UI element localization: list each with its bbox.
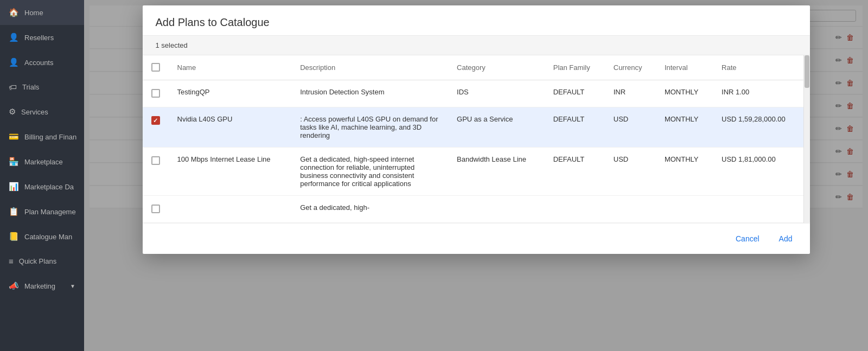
sidebar-item-label: Catalogue Man (24, 233, 72, 241)
sidebar-item-label: Home (24, 9, 43, 17)
plan-category: IDS (448, 80, 545, 107)
plan-currency: USD (605, 148, 656, 196)
sidebar-item-label: Resellers (24, 34, 54, 42)
table-header-row: Name Description Category Plan Family (143, 55, 803, 80)
sidebar-item-accounts[interactable]: 👤 Accounts (0, 50, 84, 75)
row-checkbox[interactable] (151, 156, 160, 165)
col-currency: Currency (605, 55, 656, 80)
marketing-icon: 📣 (9, 281, 19, 291)
plan-name: TestingQP (169, 80, 292, 107)
col-description: Description (291, 55, 448, 80)
select-all-checkbox[interactable] (151, 63, 160, 72)
plan-family: DEFAULT (545, 148, 605, 196)
resellers-icon: 👤 (9, 33, 19, 42)
modal-overlay: Add Plans to Catalogue 1 selected (84, 0, 868, 351)
plan-category: GPU as a Service (448, 107, 545, 148)
plan-name (169, 196, 292, 223)
chevron-down-icon: ▼ (70, 283, 75, 289)
plan-name: Nvidia L40S GPU (169, 107, 292, 148)
plan-family: DEFAULT (545, 80, 605, 107)
table-row: Get a dedicated, high- (143, 196, 803, 223)
sidebar-item-catalogue[interactable]: 📒 Catalogue Man (0, 224, 84, 249)
accounts-icon: 👤 (9, 58, 19, 67)
col-plan-family: Plan Family (545, 55, 605, 80)
col-category: Category (448, 55, 545, 80)
modal-scrollbar (803, 55, 810, 223)
sidebar-item-resellers[interactable]: 👤 Resellers (0, 25, 84, 50)
sidebar-item-quick-plans[interactable]: ≡ Quick Plans (0, 249, 84, 273)
marketplace-da-icon: 📊 (9, 182, 19, 192)
plan-description: Get a dedicated, high- (291, 196, 448, 223)
modal-header: Add Plans to Catalogue (143, 5, 810, 35)
quick-plans-icon: ≡ (9, 257, 14, 266)
services-icon: ⚙ (9, 107, 16, 117)
col-rate: Rate (713, 55, 803, 80)
plan-interval: MONTHLY (656, 107, 713, 148)
row-checkbox[interactable] (151, 205, 160, 213)
main-area: Category ✏ 🗑 ✏ 🗑 ✏ 🗑 ✏ 🗑 ✏ 🗑 ✏ 🗑 (84, 0, 868, 351)
sidebar-item-billing[interactable]: 💳 Billing and Finan (0, 124, 84, 149)
selection-count: 1 selected (156, 41, 188, 49)
add-plans-modal: Add Plans to Catalogue 1 selected (143, 5, 810, 254)
plan-rate (713, 196, 803, 223)
plans-table: Name Description Category Plan Family (143, 55, 803, 223)
selection-bar: 1 selected (143, 35, 810, 55)
sidebar-item-home[interactable]: 🏠 Home (0, 0, 84, 25)
plan-category: Bandwidth Lease Line (448, 148, 545, 196)
col-interval: Interval (656, 55, 713, 80)
billing-icon: 💳 (9, 132, 19, 142)
trials-icon: 🏷 (9, 82, 17, 92)
sidebar-item-label: Billing and Finan (24, 133, 76, 141)
sidebar-item-label: Quick Plans (19, 257, 56, 265)
plan-interval (656, 196, 713, 223)
plan-category (448, 196, 545, 223)
row-checkbox[interactable] (151, 89, 160, 98)
table-area[interactable]: Name Description Category Plan Family (143, 55, 803, 223)
sidebar-item-label: Services (21, 108, 48, 116)
plan-rate: INR 1.00 (713, 80, 803, 107)
plan-name: 100 Mbps Internet Lease Line (169, 148, 292, 196)
table-row: TestingQPIntrusion Detection SystemIDSDE… (143, 80, 803, 107)
sidebar-item-label: Marketplace (24, 158, 63, 166)
plan-rate: USD 1,81,000.00 (713, 148, 803, 196)
sidebar-item-label: Accounts (24, 59, 53, 67)
catalogue-icon: 📒 (9, 232, 19, 241)
marketplace-icon: 🏪 (9, 157, 19, 167)
plan-management-icon: 📋 (9, 207, 19, 216)
cancel-button[interactable]: Cancel (731, 231, 764, 246)
sidebar-item-marketplace-da[interactable]: 📊 Marketplace Da (0, 174, 84, 199)
sidebar-item-label: Marketing (24, 282, 55, 290)
sidebar-item-plan-management[interactable]: 📋 Plan Manageme (0, 199, 84, 224)
modal-inner: Name Description Category Plan Family (143, 55, 810, 223)
sidebar-item-marketing[interactable]: 📣 Marketing ▼ (0, 273, 84, 298)
col-name: Name (169, 55, 292, 80)
table-row: 100 Mbps Internet Lease LineGet a dedica… (143, 148, 803, 196)
plan-interval: MONTHLY (656, 80, 713, 107)
plan-currency: INR (605, 80, 656, 107)
row-checkbox[interactable] (151, 116, 160, 125)
plan-rate: USD 1,59,28,000.00 (713, 107, 803, 148)
plan-family (545, 196, 605, 223)
home-icon: 🏠 (9, 8, 19, 17)
plan-currency (605, 196, 656, 223)
table-row: Nvidia L40S GPU: Access powerful L40S GP… (143, 107, 803, 148)
sidebar: 🏠 Home 👤 Resellers 👤 Accounts 🏷 Trials ⚙… (0, 0, 84, 351)
sidebar-item-label: Plan Manageme (24, 208, 76, 216)
sidebar-item-services[interactable]: ⚙ Services (0, 99, 84, 124)
scrollbar-thumb (805, 55, 809, 88)
modal-footer: Cancel Add (143, 223, 810, 254)
sidebar-item-label: Trials (22, 83, 39, 91)
add-button[interactable]: Add (775, 231, 797, 246)
plan-description: : Access powerful L40S GPU on demand for… (291, 107, 448, 148)
sidebar-item-trials[interactable]: 🏷 Trials (0, 75, 84, 99)
modal-title: Add Plans to Catalogue (156, 16, 270, 28)
plan-currency: USD (605, 107, 656, 148)
sidebar-item-marketplace[interactable]: 🏪 Marketplace (0, 149, 84, 174)
plan-interval: MONTHLY (656, 148, 713, 196)
plan-description: Get a dedicated, high-speed internet con… (291, 148, 448, 196)
plan-description: Intrusion Detection System (291, 80, 448, 107)
select-all-header (143, 55, 169, 80)
plan-family: DEFAULT (545, 107, 605, 148)
sidebar-item-label: Marketplace Da (24, 183, 74, 191)
